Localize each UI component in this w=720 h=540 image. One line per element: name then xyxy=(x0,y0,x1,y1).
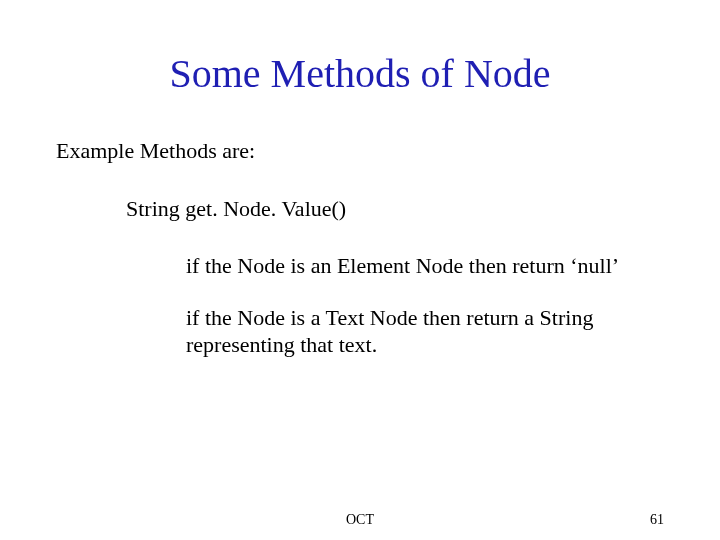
slide-title: Some Methods of Node xyxy=(56,50,664,97)
method-signature: String get. Node. Value() xyxy=(126,195,664,223)
slide: Some Methods of Node Example Methods are… xyxy=(0,0,720,540)
footer-center-label: OCT xyxy=(0,512,720,528)
slide-body: Example Methods are: String get. Node. V… xyxy=(56,137,664,359)
method-desc-2: if the Node is a Text Node then return a… xyxy=(186,304,664,359)
page-number: 61 xyxy=(650,512,664,528)
intro-text: Example Methods are: xyxy=(56,137,664,165)
method-desc-1: if the Node is an Element Node then retu… xyxy=(186,252,664,280)
